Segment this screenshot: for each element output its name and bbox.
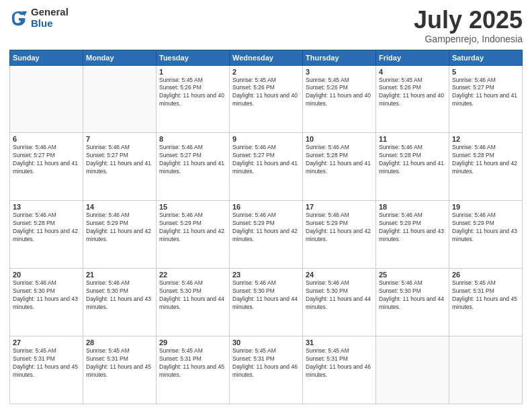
sun-info: Sunrise: 5:46 AMSunset: 5:28 PMDaylight:… <box>452 144 519 176</box>
sun-info: Sunrise: 5:45 AMSunset: 5:26 PMDaylight:… <box>232 77 300 109</box>
sun-info: Sunrise: 5:46 AMSunset: 5:29 PMDaylight:… <box>306 212 373 244</box>
calendar-week-row: 6Sunrise: 5:46 AMSunset: 5:27 PMDaylight… <box>10 133 523 201</box>
sun-info: Sunrise: 5:45 AMSunset: 5:31 PMDaylight:… <box>13 347 80 379</box>
day-number: 15 <box>159 203 226 211</box>
day-number: 2 <box>232 68 300 76</box>
day-number: 20 <box>13 271 80 279</box>
table-row: 11Sunrise: 5:46 AMSunset: 5:28 PMDayligh… <box>376 133 449 201</box>
location: Gampenrejo, Indonesia <box>414 34 523 44</box>
table-row: 13Sunrise: 5:46 AMSunset: 5:28 PMDayligh… <box>10 201 83 269</box>
table-row: 21Sunrise: 5:46 AMSunset: 5:30 PMDayligh… <box>83 269 157 336</box>
table-row: 22Sunrise: 5:46 AMSunset: 5:30 PMDayligh… <box>157 269 230 336</box>
sun-info: Sunrise: 5:45 AMSunset: 5:26 PMDaylight:… <box>379 77 446 109</box>
sun-info: Sunrise: 5:46 AMSunset: 5:28 PMDaylight:… <box>306 144 373 176</box>
table-row: 27Sunrise: 5:45 AMSunset: 5:31 PMDayligh… <box>10 336 83 404</box>
table-row: 28Sunrise: 5:45 AMSunset: 5:31 PMDayligh… <box>83 336 157 404</box>
sun-info: Sunrise: 5:46 AMSunset: 5:27 PMDaylight:… <box>452 77 519 109</box>
table-row: 18Sunrise: 5:46 AMSunset: 5:29 PMDayligh… <box>376 201 449 269</box>
table-row: 16Sunrise: 5:46 AMSunset: 5:29 PMDayligh… <box>230 201 303 269</box>
table-row: 24Sunrise: 5:46 AMSunset: 5:30 PMDayligh… <box>303 269 376 336</box>
sun-info: Sunrise: 5:46 AMSunset: 5:30 PMDaylight:… <box>86 279 153 312</box>
day-number: 26 <box>452 271 519 279</box>
sun-info: Sunrise: 5:46 AMSunset: 5:27 PMDaylight:… <box>13 144 80 176</box>
table-row: 7Sunrise: 5:46 AMSunset: 5:27 PMDaylight… <box>83 133 157 201</box>
table-row: 20Sunrise: 5:46 AMSunset: 5:30 PMDayligh… <box>10 269 83 336</box>
table-row: 8Sunrise: 5:46 AMSunset: 5:27 PMDaylight… <box>157 133 230 201</box>
day-number: 16 <box>232 203 300 211</box>
day-number: 27 <box>13 338 80 347</box>
day-number: 24 <box>306 271 373 279</box>
sun-info: Sunrise: 5:46 AMSunset: 5:30 PMDaylight:… <box>306 279 373 312</box>
calendar-header-row: Sunday Monday Tuesday Wednesday Thursday… <box>10 50 523 65</box>
sun-info: Sunrise: 5:45 AMSunset: 5:31 PMDaylight:… <box>306 347 373 379</box>
day-number: 4 <box>379 68 446 76</box>
sun-info: Sunrise: 5:46 AMSunset: 5:28 PMDaylight:… <box>379 144 446 176</box>
table-row: 17Sunrise: 5:46 AMSunset: 5:29 PMDayligh… <box>303 201 376 269</box>
day-number: 21 <box>86 271 153 279</box>
title-block: July 2025 Gampenrejo, Indonesia <box>414 7 523 44</box>
day-number: 22 <box>159 271 226 279</box>
day-number: 14 <box>86 203 153 211</box>
table-row: 14Sunrise: 5:46 AMSunset: 5:29 PMDayligh… <box>83 201 157 269</box>
day-number: 10 <box>306 135 373 143</box>
day-number: 6 <box>13 135 80 143</box>
sun-info: Sunrise: 5:46 AMSunset: 5:29 PMDaylight:… <box>232 212 300 244</box>
table-row: 29Sunrise: 5:45 AMSunset: 5:31 PMDayligh… <box>157 336 230 404</box>
sun-info: Sunrise: 5:46 AMSunset: 5:30 PMDaylight:… <box>159 279 226 312</box>
day-number: 23 <box>232 271 300 279</box>
table-row: 15Sunrise: 5:46 AMSunset: 5:29 PMDayligh… <box>157 201 230 269</box>
table-row: 6Sunrise: 5:46 AMSunset: 5:27 PMDaylight… <box>10 133 83 201</box>
table-row: 19Sunrise: 5:46 AMSunset: 5:29 PMDayligh… <box>449 201 523 269</box>
sun-info: Sunrise: 5:46 AMSunset: 5:29 PMDaylight:… <box>159 212 226 244</box>
month-title: July 2025 <box>414 7 523 34</box>
day-number: 18 <box>379 203 446 211</box>
table-row: 9Sunrise: 5:46 AMSunset: 5:27 PMDaylight… <box>230 133 303 201</box>
day-number: 29 <box>159 338 226 347</box>
day-number: 31 <box>306 338 373 347</box>
sun-info: Sunrise: 5:46 AMSunset: 5:30 PMDaylight:… <box>379 279 446 312</box>
day-number: 13 <box>13 203 80 211</box>
logo: General Blue <box>9 7 69 29</box>
day-number: 5 <box>452 68 519 76</box>
calendar-table: Sunday Monday Tuesday Wednesday Thursday… <box>9 50 523 404</box>
sun-info: Sunrise: 5:46 AMSunset: 5:30 PMDaylight:… <box>13 279 80 312</box>
day-number: 17 <box>306 203 373 211</box>
sun-info: Sunrise: 5:45 AMSunset: 5:31 PMDaylight:… <box>232 347 300 379</box>
day-number: 30 <box>232 338 300 347</box>
sun-info: Sunrise: 5:46 AMSunset: 5:29 PMDaylight:… <box>452 212 519 244</box>
day-number: 3 <box>306 68 373 76</box>
col-friday: Friday <box>376 50 449 65</box>
col-thursday: Thursday <box>303 50 376 65</box>
calendar-week-row: 13Sunrise: 5:46 AMSunset: 5:28 PMDayligh… <box>10 201 523 269</box>
table-row: 31Sunrise: 5:45 AMSunset: 5:31 PMDayligh… <box>303 336 376 404</box>
day-number: 9 <box>232 135 300 143</box>
col-saturday: Saturday <box>449 50 523 65</box>
sun-info: Sunrise: 5:46 AMSunset: 5:28 PMDaylight:… <box>13 212 80 244</box>
sun-info: Sunrise: 5:45 AMSunset: 5:31 PMDaylight:… <box>452 279 519 312</box>
day-number: 7 <box>86 135 153 143</box>
day-number: 1 <box>159 68 226 76</box>
sun-info: Sunrise: 5:46 AMSunset: 5:29 PMDaylight:… <box>86 212 153 244</box>
table-row <box>376 336 449 404</box>
day-number: 28 <box>86 338 153 347</box>
sun-info: Sunrise: 5:45 AMSunset: 5:31 PMDaylight:… <box>159 347 226 379</box>
table-row: 23Sunrise: 5:46 AMSunset: 5:30 PMDayligh… <box>230 269 303 336</box>
sun-info: Sunrise: 5:45 AMSunset: 5:26 PMDaylight:… <box>306 77 373 109</box>
logo-text: General Blue <box>31 7 69 29</box>
sun-info: Sunrise: 5:46 AMSunset: 5:27 PMDaylight:… <box>159 144 226 176</box>
calendar-week-row: 27Sunrise: 5:45 AMSunset: 5:31 PMDayligh… <box>10 336 523 404</box>
col-tuesday: Tuesday <box>157 50 230 65</box>
sun-info: Sunrise: 5:45 AMSunset: 5:26 PMDaylight:… <box>159 77 226 109</box>
table-row <box>83 65 157 133</box>
page: General Blue July 2025 Gampenrejo, Indon… <box>0 0 532 411</box>
logo-general-text: General <box>31 7 69 18</box>
day-number: 25 <box>379 271 446 279</box>
day-number: 8 <box>159 135 226 143</box>
sun-info: Sunrise: 5:46 AMSunset: 5:29 PMDaylight:… <box>379 212 446 244</box>
header: General Blue July 2025 Gampenrejo, Indon… <box>9 7 523 44</box>
table-row: 2Sunrise: 5:45 AMSunset: 5:26 PMDaylight… <box>230 65 303 133</box>
day-number: 11 <box>379 135 446 143</box>
col-monday: Monday <box>83 50 157 65</box>
table-row: 1Sunrise: 5:45 AMSunset: 5:26 PMDaylight… <box>157 65 230 133</box>
sun-info: Sunrise: 5:46 AMSunset: 5:30 PMDaylight:… <box>232 279 300 312</box>
